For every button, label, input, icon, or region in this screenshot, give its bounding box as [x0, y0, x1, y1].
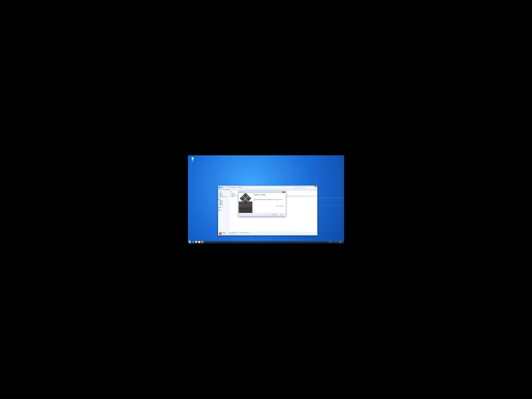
dialog-version: 版本 5.1（版号 5769）	[254, 206, 284, 207]
location-icon	[225, 187, 227, 188]
details-type: 应用程序	[223, 233, 226, 234]
new-folder-button[interactable]: 新建文件夹	[225, 189, 230, 190]
forward-button[interactable]: ►	[221, 186, 223, 189]
help-icon[interactable]: ?	[316, 189, 317, 190]
back-button[interactable]: < 上一步(B)	[263, 214, 270, 215]
taskbar-setup[interactable]	[201, 241, 204, 243]
maximize-button[interactable]: □	[311, 185, 314, 187]
ime-indicator[interactable]: CH	[329, 241, 331, 243]
next-button[interactable]: 下一步(N) >	[271, 214, 277, 215]
folder-icon	[195, 241, 197, 243]
bootcamp-logo-icon	[240, 193, 251, 204]
dialog-title: Boot Camp	[239, 191, 243, 192]
crumb-drive[interactable]: WININSTALL (D:)	[230, 187, 237, 188]
address-bar: ◄ ► ▼ ▸ 计算机 ▸ WININSTALL (D:) ▸ BootCamp…	[218, 186, 317, 189]
breadcrumb[interactable]: ▸ 计算机 ▸ WININSTALL (D:) ▸ BootCamp ▸	[225, 186, 295, 188]
recycle-bin[interactable]: 回收站	[190, 157, 196, 162]
close-button[interactable]: ✕	[314, 185, 317, 187]
preview-pane-icon[interactable]: ◫	[315, 189, 316, 190]
crumb-root[interactable]: 计算机	[227, 187, 230, 188]
start-button[interactable]	[188, 241, 191, 243]
recycle-bin-icon	[191, 157, 194, 161]
dialog-heading: 欢迎使用 Boot Camp 安装程序	[254, 194, 284, 196]
details-pane: Setup 修改日期: 2015/2/26 18:57 创建日期: 2015/2…	[218, 231, 317, 235]
dialog-body-text: 安装程序将引导您完成安装 Boot Camp 所必需的步骤。要开始安装，请单击“…	[254, 199, 284, 201]
taskbar: CH ⌨ ? ▴ ⚑ 🔊 16:25 2017/9/27	[188, 241, 344, 244]
network-header[interactable]: 网络	[219, 210, 229, 211]
navigation-pane: ★收藏夹 下载 桌面 最近访问的位置 库 视频 图片 文档 音乐 计算机 网络	[218, 191, 230, 231]
installer-dialog: Boot Camp ✕ 欢迎使用 Boot Camp 安装程序 安装程序将引导您…	[239, 191, 286, 216]
folder-icon	[230, 193, 231, 194]
cancel-button[interactable]: 取消	[278, 214, 285, 215]
view-options-icon[interactable]: ≡ ▾	[313, 189, 314, 190]
organize-button[interactable]: 组织 ▾	[219, 189, 222, 190]
selected-file-icon	[219, 232, 222, 235]
keyboard-help-icon[interactable]: ⌨ ?	[331, 241, 333, 242]
window-titlebar[interactable]: — □ ✕	[218, 185, 317, 186]
minimize-button[interactable]: —	[308, 185, 311, 187]
ie-icon	[192, 241, 194, 243]
nav-desktop[interactable]: 桌面	[218, 194, 229, 196]
nav-downloads[interactable]: 下载	[218, 193, 229, 194]
nav-pictures[interactable]: 图片	[218, 202, 229, 203]
crumb-folder[interactable]: BootCamp	[238, 187, 242, 188]
tray-up-icon[interactable]: ▴	[334, 241, 334, 242]
taskbar-explorer[interactable]	[195, 241, 198, 243]
address-dropdown-icon[interactable]: ▾	[295, 187, 297, 188]
computer-header[interactable]: 计算机	[219, 207, 229, 208]
details-name: Setup	[223, 232, 226, 233]
action-center-icon[interactable]: ⚑	[335, 241, 336, 242]
refresh-button[interactable]: ↻	[297, 187, 299, 188]
exe-file-icon	[230, 196, 232, 196]
setup-icon	[201, 241, 203, 243]
dialog-artwork	[239, 193, 252, 213]
system-tray[interactable]: ▴ ⚑ 🔊	[334, 241, 337, 242]
favorites-header[interactable]: ★收藏夹	[219, 191, 229, 193]
nav-videos[interactable]: 视频	[218, 200, 229, 202]
nav-documents[interactable]: 文档	[218, 203, 229, 204]
toolbar: 组织 ▾ | 打开 新建文件夹 ≡ ▾ ◫ ?	[218, 189, 317, 191]
recycle-bin-label: 回收站	[190, 161, 196, 162]
media-player-icon	[198, 241, 200, 243]
back-button[interactable]: ◄	[219, 186, 221, 189]
open-button[interactable]: 打开	[222, 189, 225, 190]
nav-recent[interactable]: 最近访问的位置	[218, 196, 229, 197]
dialog-close-button[interactable]: ✕	[282, 191, 285, 193]
desktop: 回收站 — □ ✕ ◄ ► ▼ ▸ 计算机 ▸ WININS	[188, 155, 344, 244]
dialog-button-row: < 上一步(B) 下一步(N) > 取消	[239, 213, 286, 216]
nav-music[interactable]: 音乐	[218, 204, 229, 206]
volume-icon[interactable]: 🔊	[336, 241, 337, 242]
taskbar-clock[interactable]: 16:25 2017/9/27	[338, 241, 342, 243]
nav-dropdown-icon[interactable]: ▼	[224, 187, 224, 188]
libraries-header[interactable]: 库	[219, 198, 229, 200]
taskbar-ie[interactable]	[192, 241, 195, 243]
show-desktop-button[interactable]	[343, 241, 344, 243]
taskbar-media-player[interactable]	[198, 241, 201, 243]
xml-file-icon	[230, 194, 231, 195]
search-placeholder: 搜索 BootCamp	[300, 187, 306, 188]
